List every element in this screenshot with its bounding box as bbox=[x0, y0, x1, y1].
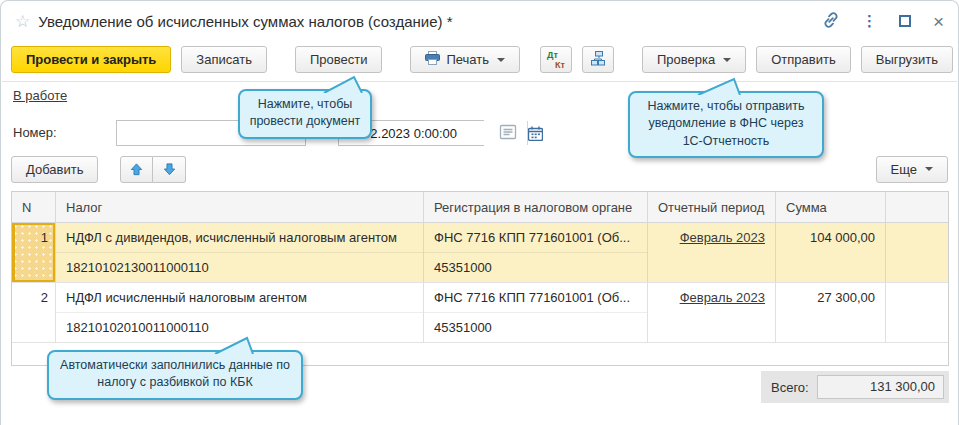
move-up-button[interactable] bbox=[120, 156, 153, 183]
window-title: Уведомление об исчисленных суммах налого… bbox=[38, 13, 452, 30]
registration-cell[interactable]: ФНС 7716 КПП 771601001 (Об... 45351000 bbox=[424, 283, 648, 342]
col-header-amount[interactable]: Сумма bbox=[776, 192, 886, 222]
titlebar: ☆ Уведомление об исчисленных суммах нало… bbox=[1, 1, 958, 41]
col-header-registration[interactable]: Регистрация в налоговом органе bbox=[424, 192, 648, 222]
printer-icon bbox=[425, 51, 440, 68]
tax-name: НДФЛ исчисленный налоговым агентом bbox=[56, 283, 423, 313]
structure-icon bbox=[591, 51, 606, 69]
registration-name: ФНС 7716 КПП 771601001 (Об... bbox=[424, 283, 647, 313]
dt-kt-icon: Дт Кт bbox=[547, 50, 565, 70]
status-link[interactable]: В работе bbox=[13, 88, 67, 103]
number-label: Номер: bbox=[13, 125, 57, 140]
check-button[interactable]: Проверка bbox=[642, 46, 746, 73]
empty-cell bbox=[886, 223, 948, 282]
table-row[interactable]: 2 НДФЛ исчисленный налоговым агентом 182… bbox=[12, 283, 948, 343]
reorder-buttons bbox=[120, 156, 186, 183]
post-and-close-button[interactable]: Провести и закрыть bbox=[11, 46, 171, 73]
window-controls: ⋮ × bbox=[822, 11, 944, 32]
tax-name: НДФЛ с дивидендов, исчисленный налоговым… bbox=[56, 223, 423, 253]
tax-cell[interactable]: НДФЛ с дивидендов, исчисленный налоговым… bbox=[56, 223, 424, 282]
table-more-label: Еще bbox=[891, 162, 917, 177]
tooltip-send-fns: Нажмите, чтобы отправить уведомление в Ф… bbox=[628, 91, 824, 158]
tax-cell[interactable]: НДФЛ исчисленный налоговым агентом 18210… bbox=[56, 283, 424, 342]
notes-icon[interactable] bbox=[499, 123, 517, 144]
period-link[interactable]: Февраль 2023 bbox=[680, 230, 765, 245]
total-value: 131 300,00 bbox=[817, 375, 944, 399]
amount-cell[interactable]: 104 000,00 bbox=[776, 223, 886, 282]
main-toolbar: Провести и закрыть Записать Провести Печ… bbox=[11, 45, 948, 74]
close-icon[interactable]: × bbox=[933, 12, 944, 31]
tooltip-tail bbox=[322, 75, 366, 93]
tooltip-autofill-kbk: Автоматически заполнились данные по нало… bbox=[47, 350, 303, 400]
calendar-icon[interactable] bbox=[527, 121, 543, 145]
total-label: Всего: bbox=[771, 380, 809, 395]
empty-cell bbox=[886, 283, 948, 342]
save-button[interactable]: Записать bbox=[181, 46, 267, 73]
send-button[interactable]: Отправить bbox=[756, 46, 850, 73]
col-header-tax[interactable]: Налог bbox=[56, 192, 424, 222]
amount-cell[interactable]: 27 300,00 bbox=[776, 283, 886, 342]
print-label: Печать bbox=[446, 52, 489, 67]
print-button[interactable]: Печать bbox=[410, 46, 520, 73]
toolbar-separator bbox=[2, 81, 957, 82]
chevron-down-icon bbox=[925, 167, 933, 171]
table-row[interactable]: 1 НДФЛ с дивидендов, исчисленный налогов… bbox=[12, 223, 948, 283]
total-panel: Всего: 131 300,00 bbox=[761, 371, 949, 403]
check-label: Проверка bbox=[657, 52, 715, 67]
add-row-button[interactable]: Добавить bbox=[11, 156, 98, 183]
col-header-period[interactable]: Отчетный период bbox=[648, 192, 776, 222]
export-button[interactable]: Выгрузить bbox=[861, 46, 953, 73]
period-link[interactable]: Февраль 2023 bbox=[680, 290, 765, 305]
table-command-bar: Добавить Еще bbox=[11, 155, 948, 183]
col-header-empty bbox=[886, 192, 948, 222]
dt-kt-button[interactable]: Дт Кт bbox=[540, 46, 572, 73]
move-down-button[interactable] bbox=[153, 156, 186, 183]
oktmo-code: 45351000 bbox=[424, 253, 647, 282]
kebab-menu-icon[interactable]: ⋮ bbox=[862, 12, 877, 30]
row-number-cell[interactable]: 1 bbox=[12, 223, 56, 282]
col-header-n[interactable]: N bbox=[12, 192, 56, 222]
document-window: ☆ Уведомление об исчисленных суммах нало… bbox=[0, 0, 959, 425]
post-button[interactable]: Провести bbox=[295, 46, 383, 73]
chevron-down-icon bbox=[497, 58, 505, 62]
maximize-icon[interactable] bbox=[899, 15, 911, 27]
amount-value: 27 300,00 bbox=[776, 283, 885, 313]
tooltip-tail bbox=[213, 336, 257, 354]
arrow-up-icon bbox=[129, 162, 144, 177]
period-cell[interactable]: Февраль 2023 bbox=[648, 283, 776, 342]
table-more-button[interactable]: Еще bbox=[876, 156, 948, 183]
oktmo-code: 45351000 bbox=[424, 313, 647, 342]
tooltip-post-document: Нажмите, чтобы провести документ bbox=[238, 89, 372, 139]
kbk-code: 18210102130011000110 bbox=[56, 253, 423, 282]
document-structure-button[interactable] bbox=[582, 46, 614, 73]
amount-value: 104 000,00 bbox=[776, 223, 885, 253]
favorite-star-icon[interactable]: ☆ bbox=[15, 11, 30, 32]
registration-cell[interactable]: ФНС 7716 КПП 771601001 (Об... 45351000 bbox=[424, 223, 648, 282]
tax-table: N Налог Регистрация в налоговом органе О… bbox=[11, 191, 949, 366]
tooltip-tail bbox=[696, 77, 744, 95]
row-number-cell[interactable]: 2 bbox=[12, 283, 56, 342]
table-header-row: N Налог Регистрация в налоговом органе О… bbox=[12, 192, 948, 223]
registration-name: ФНС 7716 КПП 771601001 (Об... bbox=[424, 223, 647, 253]
period-cell[interactable]: Февраль 2023 bbox=[648, 223, 776, 282]
arrow-down-icon bbox=[162, 162, 177, 177]
link-icon[interactable] bbox=[822, 11, 840, 32]
chevron-down-icon bbox=[723, 58, 731, 62]
